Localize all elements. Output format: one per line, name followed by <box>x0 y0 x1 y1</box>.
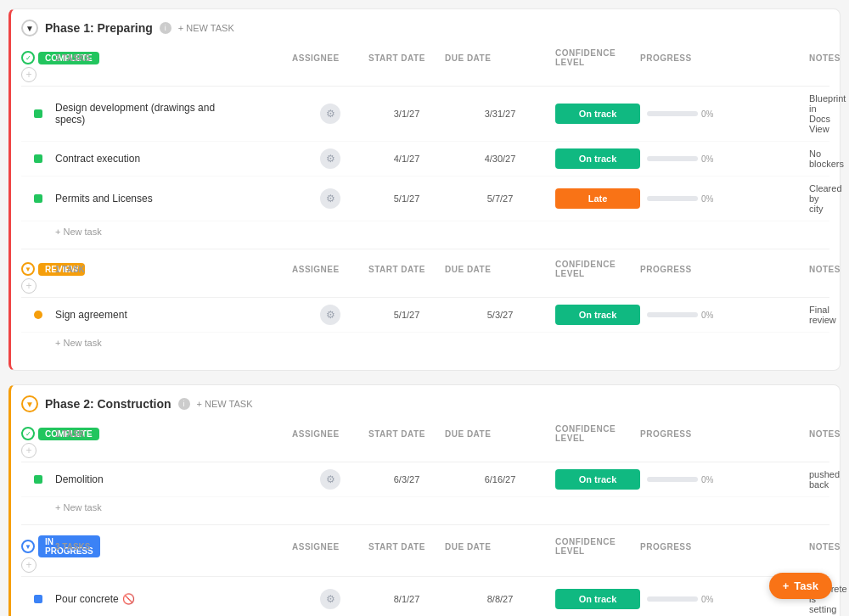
phase2-toggle[interactable]: ▼ <box>21 395 38 412</box>
assignee-icon: ⚙ <box>320 469 340 490</box>
confidence-badge: On track <box>555 104 640 124</box>
progress-cell: 0% <box>640 311 809 320</box>
phase1-title: Phase 1: Preparing <box>45 21 153 35</box>
start-date: 6/3/27 <box>368 474 445 484</box>
task-row: Demolition ⚙ 6/3/27 6/16/27 On track 0% … <box>21 462 829 497</box>
col-assignee-p2c: ASSIGNEE <box>292 429 368 439</box>
phase1-complete-block: ✓ COMPLETE 3 TASKS ASSIGNEE START DATE D… <box>21 45 829 238</box>
phase1-review-header: ▼ REVIEW 1 TASK ASSIGNEE START DATE DUE … <box>21 256 829 298</box>
col-progress-p2c: PROGRESS <box>640 429 809 439</box>
phase2-inprogress-header: ▼ IN PROGRESS 3 TASKS ASSIGNEE START DAT… <box>21 532 829 577</box>
due-date: 5/7/27 <box>445 193 555 204</box>
task-name[interactable]: Contract execution <box>55 153 224 165</box>
phase1-complete-status: ✓ COMPLETE <box>21 51 55 64</box>
add-task-icon-r[interactable]: + <box>21 278 37 294</box>
due-date: 6/16/27 <box>445 474 555 484</box>
confidence-badge: On track <box>555 305 640 325</box>
assignee-cell: ⚙ <box>292 305 368 325</box>
phase2-section: ▼ Phase 2: Construction i + NEW TASK ✓ C… <box>8 384 841 616</box>
phase1-review-count: 1 TASK <box>55 265 224 274</box>
float-add-label: Task <box>794 580 818 592</box>
p2inprogress-toggle[interactable]: ▼ <box>21 540 35 553</box>
assignee-cell: ⚙ <box>292 148 368 169</box>
phase1-new-task-btn[interactable]: + NEW TASK <box>178 23 234 33</box>
progress-pct: 0% <box>701 154 713 164</box>
task-name[interactable]: Demolition <box>55 473 224 485</box>
task-name[interactable]: Sign agreement <box>55 309 224 321</box>
notes-cell: Cleared by city <box>809 183 829 214</box>
col-duedate-p2c: DUE DATE <box>445 429 555 439</box>
due-date: 5/3/27 <box>445 310 555 320</box>
assignee-cell: ⚙ <box>292 469 368 490</box>
phase2-chevron: ▼ <box>25 400 34 409</box>
phase2-inprogress-block: ▼ IN PROGRESS 3 TASKS ASSIGNEE START DAT… <box>21 532 829 616</box>
progress-bar <box>647 477 698 482</box>
confidence-badge: Late <box>555 188 640 209</box>
task-row: Permits and Licenses ⚙ 5/1/27 5/7/27 Lat… <box>21 176 829 221</box>
divider <box>21 524 829 525</box>
progress-pct: 0% <box>701 311 713 320</box>
add-task-icon-p2ip[interactable]: + <box>21 557 37 573</box>
complete-toggle[interactable]: ✓ <box>21 51 35 64</box>
task-dot <box>34 311 42 319</box>
task-dot <box>34 109 42 118</box>
progress-bar <box>647 312 698 317</box>
phase1-review-block: ▼ REVIEW 1 TASK ASSIGNEE START DATE DUE … <box>21 256 829 350</box>
new-task-inline-review[interactable]: + New task <box>21 333 829 350</box>
col-confidence-p2c: CONFIDENCE LEVEL <box>555 424 640 443</box>
phase2-complete-header: ✓ COMPLETE 1 TASK ASSIGNEE START DATE DU… <box>21 421 829 462</box>
phase2-header: ▼ Phase 2: Construction i + NEW TASK <box>21 395 829 412</box>
add-task-icon-p2c[interactable]: + <box>21 443 37 458</box>
start-date: 5/1/27 <box>368 310 445 320</box>
new-task-inline-p2c[interactable]: + New task <box>21 497 829 514</box>
p2complete-toggle[interactable]: ✓ <box>21 427 35 440</box>
phase1-info-icon[interactable]: i <box>160 22 171 34</box>
due-date: 4/30/27 <box>445 154 555 164</box>
task-row: Sign agreement ⚙ 5/1/27 5/3/27 On track … <box>21 298 829 333</box>
col-duedate-r: DUE DATE <box>445 265 555 274</box>
task-name[interactable]: Design development (drawings and specs) <box>55 102 224 126</box>
due-date: 8/8/27 <box>445 594 555 604</box>
phase1-complete-header: ✓ COMPLETE 3 TASKS ASSIGNEE START DATE D… <box>21 45 829 87</box>
col-notes-r: NOTES <box>809 265 829 274</box>
phase2-complete-count: 1 TASK <box>55 429 224 439</box>
start-date: 4/1/27 <box>368 154 445 164</box>
task-dot-cell <box>21 194 55 203</box>
task-dot-cell <box>21 595 55 603</box>
float-add-task-button[interactable]: + Task <box>769 573 832 599</box>
add-task-icon-1[interactable]: + <box>21 67 37 82</box>
assignee-icon: ⚙ <box>320 188 340 209</box>
progress-pct: 0% <box>701 595 713 604</box>
task-row: Contract execution ⚙ 4/1/27 4/30/27 On t… <box>21 142 829 176</box>
progress-bar <box>647 156 698 161</box>
col-assignee-r: ASSIGNEE <box>292 265 368 274</box>
new-task-inline-1[interactable]: + New task <box>21 221 829 238</box>
review-toggle[interactable]: ▼ <box>21 262 35 276</box>
task-name[interactable]: Pour concrete 🚫 <box>55 593 224 605</box>
col-confidence-r: CONFIDENCE LEVEL <box>555 260 640 278</box>
task-name[interactable]: Permits and Licenses <box>55 193 224 204</box>
col-startdate-p2ip: START DATE <box>368 542 445 552</box>
phase1-header: ▼ Phase 1: Preparing i + NEW TASK <box>21 20 829 36</box>
phase2-complete-block: ✓ COMPLETE 1 TASK ASSIGNEE START DATE DU… <box>21 421 829 514</box>
phase1-toggle[interactable]: ▼ <box>21 20 38 36</box>
phase2-new-task-btn[interactable]: + NEW TASK <box>197 399 253 409</box>
start-date: 5/1/27 <box>368 193 445 204</box>
progress-cell: 0% <box>640 154 809 164</box>
notes-cell: pushed back <box>809 469 829 490</box>
col-progress-r: PROGRESS <box>640 265 809 274</box>
task-dot-cell <box>21 154 55 163</box>
assignee-icon: ⚙ <box>320 305 340 325</box>
start-date: 8/1/27 <box>368 594 445 604</box>
phase2-info-icon[interactable]: i <box>178 398 190 410</box>
col-progress-1: PROGRESS <box>640 53 809 63</box>
progress-bar <box>647 596 698 602</box>
phase2-inprogress-count: 3 TASKS <box>55 542 224 552</box>
page-wrapper: ▼ Phase 1: Preparing i + NEW TASK ✓ COMP… <box>0 0 849 616</box>
col-assignee-1: ASSIGNEE <box>292 53 368 63</box>
task-dot <box>34 595 42 603</box>
col-notes-p2c: NOTES <box>809 429 829 439</box>
assignee-cell: ⚙ <box>292 104 368 124</box>
start-date: 3/1/27 <box>368 109 445 119</box>
col-startdate-r: START DATE <box>368 265 445 274</box>
